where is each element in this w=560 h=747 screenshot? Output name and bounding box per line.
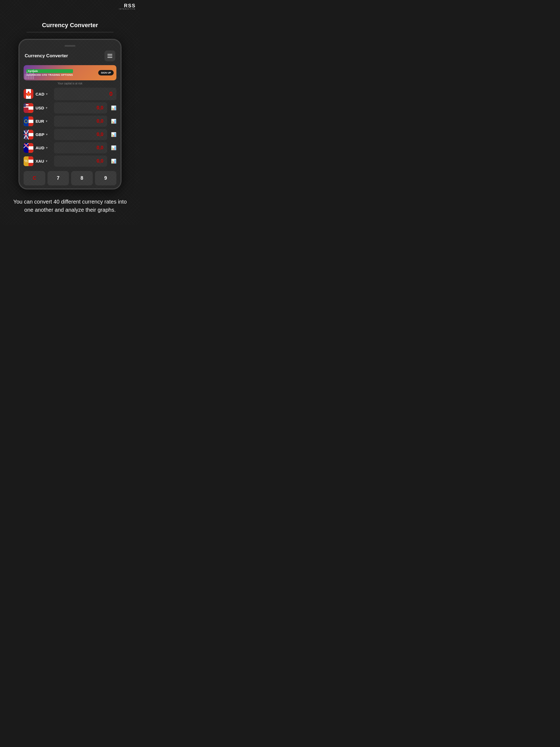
page-title-section: Currency Converter [27,22,113,32]
key-9[interactable]: 9 [95,171,117,185]
currency-selector-eur[interactable]: EUR ▼ [35,119,52,124]
currency-row-eur: EUR ▼ 0,0 📊 [24,115,116,127]
chart-icon-aud[interactable]: 📊 [111,145,116,150]
currency-input-cad[interactable]: 0 [54,88,116,100]
flag-aud-cad [24,143,33,153]
svg-rect-14 [28,117,33,120]
currency-value-aud: 0,0 [97,145,103,151]
currency-value-cad: 0 [109,91,113,98]
svg-rect-40 [28,163,33,166]
currency-list: 🍁 CAD ▼ 0 [24,88,116,167]
currency-code-usd: USD [35,106,44,110]
currency-selector-cad[interactable]: CAD ▼ [35,92,52,96]
svg-rect-25 [28,130,33,133]
bottom-description: You can convert 40 different currency ra… [0,198,140,214]
dropdown-arrow-gbp: ▼ [46,133,48,136]
chart-icon-usd[interactable]: 📊 [111,105,116,110]
menu-icon [107,54,112,58]
chart-icon-eur[interactable]: 📊 [111,119,116,124]
ad-disclaimer: Your capital is at risk [24,82,116,85]
currency-selector-gbp[interactable]: GBP ▼ [35,132,52,137]
currency-input-gbp[interactable]: 0,0 [54,129,107,140]
logo-sub: INTERACTIVE [119,8,136,10]
currency-code-aud: AUD [35,146,45,150]
currency-code-gbp: GBP [35,132,45,137]
chart-icon-xau[interactable]: 📊 [111,158,116,164]
currency-input-usd[interactable]: 0,0 [54,102,107,113]
key-8[interactable]: 8 [71,171,93,185]
dropdown-arrow-aud: ▼ [46,146,48,149]
key-7[interactable]: 7 [48,171,69,185]
ad-signup-button[interactable]: SIGN UP [98,70,114,75]
flag-cad: 🍁 [24,89,33,99]
currency-selector-xau[interactable]: XAU ▼ [35,159,52,163]
currency-code-eur: EUR [35,119,44,124]
svg-text:%: % [24,159,28,163]
svg-rect-39 [28,156,33,160]
svg-rect-5 [24,103,26,107]
device-frame: Currency Converter Fortrade ADVANCED CFD… [19,39,122,189]
svg-rect-26 [28,136,33,139]
key-clear[interactable]: C [24,171,45,185]
currency-selector-aud[interactable]: AUD ▼ [35,146,52,150]
app-header: Currency Converter [24,51,116,61]
flag-gbp-cad [24,130,33,139]
ad-banner[interactable]: Fortrade ADVANCED CFD TRADING OPTIONS SI… [24,65,116,80]
dropdown-arrow-eur: ▼ [45,120,48,123]
currency-value-gbp: 0,0 [97,132,103,137]
app-title: Currency Converter [25,53,68,59]
flag-xau-cad: % [24,156,33,166]
page-title: Currency Converter [27,22,113,29]
currency-input-xau[interactable]: 0,0 [54,156,107,167]
svg-rect-9 [28,110,33,113]
flag-usd-cad [24,103,33,113]
currency-code-xau: XAU [35,159,44,163]
device-notch [64,45,75,47]
currency-value-usd: 0,0 [97,105,103,111]
dropdown-arrow-xau: ▼ [45,160,48,162]
keypad: C 7 8 9 [24,171,116,185]
svg-rect-8 [28,103,33,106]
logo-area: RSS INTERACTIVE [119,3,136,10]
currency-row-aud: AUD ▼ 0,0 📊 [24,142,116,153]
currency-value-eur: 0,0 [97,118,103,124]
currency-code-cad: CAD [35,92,45,96]
currency-row-cad: 🍁 CAD ▼ 0 [24,88,116,100]
currency-row-xau: % XAU ▼ 0,0 📊 [24,156,116,167]
currency-selector-usd[interactable]: USD ▼ [35,106,52,110]
currency-value-xau: 0,0 [97,158,103,164]
currency-input-aud[interactable]: 0,0 [54,142,107,153]
svg-rect-33 [28,143,33,146]
currency-input-eur[interactable]: 0,0 [54,115,107,127]
chart-icon-gbp[interactable]: 📊 [111,132,116,137]
dropdown-arrow-cad: ▼ [46,93,48,96]
currency-row-gbp: GBP ▼ 0,0 📊 [24,129,116,140]
ad-chart-decoration [24,65,40,80]
currency-row-usd: USD ▼ 0,0 📊 [24,102,116,113]
menu-button[interactable] [104,51,115,61]
dropdown-arrow-usd: ▼ [45,106,48,109]
svg-rect-34 [28,150,33,153]
logo-text: RSS [124,3,136,8]
svg-rect-15 [28,123,33,126]
flag-eur-cad [24,117,33,126]
